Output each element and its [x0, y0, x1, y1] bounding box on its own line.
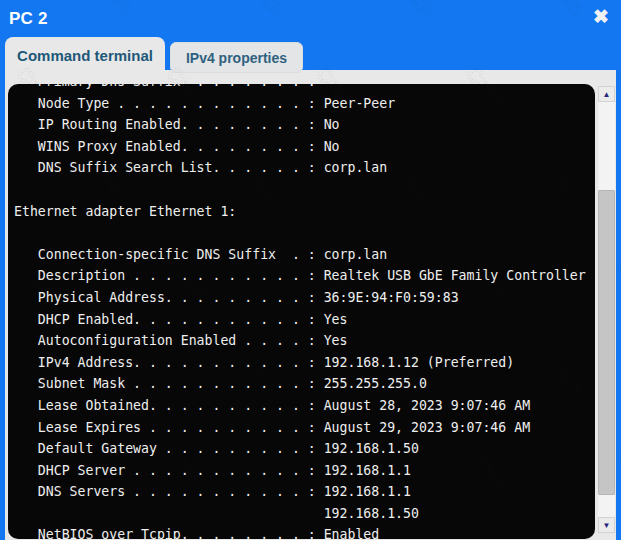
tab-command-terminal[interactable]: Command terminal	[5, 37, 165, 77]
dialog-title: PC 2	[9, 9, 48, 29]
close-icon[interactable]: ✖	[589, 5, 613, 29]
terminal-output: Primary Dns Suffix . . . . . . . : Node …	[8, 84, 595, 539]
scroll-down-button[interactable]: ▼	[598, 517, 615, 533]
terminal-scrollbar[interactable]: ▲ ▼	[598, 86, 615, 533]
terminal-screen: Primary Dns Suffix . . . . . . . : Node …	[8, 84, 595, 539]
scroll-up-button[interactable]: ▲	[598, 86, 615, 102]
tab-panel: Primary Dns Suffix . . . . . . . : Node …	[5, 70, 616, 540]
scrollbar-track[interactable]	[598, 102, 615, 517]
tab-ipv4-properties[interactable]: IPv4 properties	[170, 42, 303, 73]
dialog-titlebar: PC 2 ✖	[0, 0, 621, 36]
tab-command-terminal-label: Command terminal	[17, 47, 153, 64]
tab-ipv4-properties-label: IPv4 properties	[186, 50, 287, 66]
scroll-down-icon: ▼	[603, 521, 611, 530]
scrollbar-thumb[interactable]	[598, 190, 615, 495]
pc2-dialog: PC 2 ✖ Command terminal IPv4 properties …	[0, 0, 621, 540]
scroll-up-icon: ▲	[603, 90, 611, 99]
